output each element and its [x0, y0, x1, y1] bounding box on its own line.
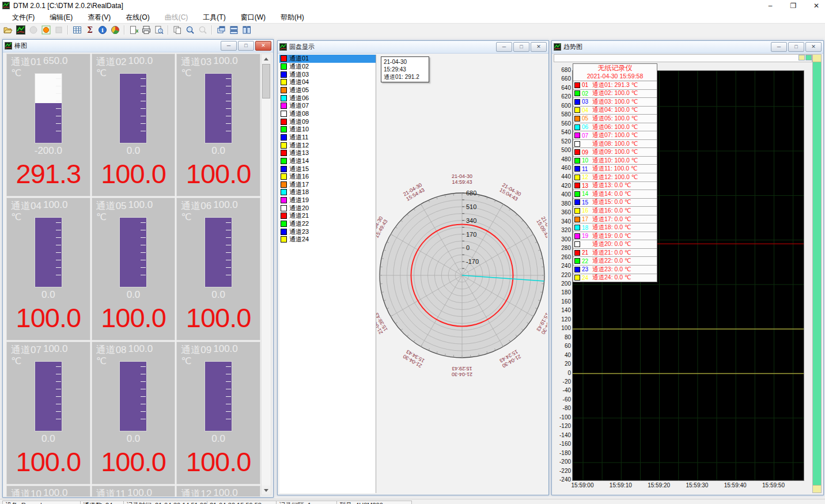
- channel-list-item[interactable]: 通道07: [279, 102, 376, 110]
- minimize-icon[interactable]: ─: [221, 41, 237, 51]
- chart-icon[interactable]: [15, 24, 27, 36]
- channel-color-swatch: [281, 221, 287, 227]
- scale-max-value: 100.0: [213, 487, 238, 497]
- vscroll-up-button[interactable]: [813, 55, 821, 62]
- app-titlebar[interactable]: DTM 2.0.1 [C:\DTM 2.0.2\RealData]: [0, 0, 825, 12]
- channel-list-item[interactable]: 通道03: [279, 70, 376, 78]
- legend-row: 10通道10: 100.0 ℃: [573, 157, 657, 165]
- copy-icon[interactable]: [172, 24, 183, 36]
- channel-list-item[interactable]: 通道05: [279, 86, 376, 94]
- hscroll-button[interactable]: [798, 55, 805, 60]
- restore-icon[interactable]: □: [788, 42, 804, 52]
- menu-item-4[interactable]: 在线(O): [118, 12, 157, 24]
- menu-item-5[interactable]: 曲线(C): [157, 12, 196, 24]
- unit-label: ℃: [11, 355, 21, 366]
- sigma-icon[interactable]: Σ: [84, 24, 96, 36]
- channel-list-item[interactable]: 通道09: [279, 118, 376, 126]
- tile-vertical-icon[interactable]: [241, 24, 252, 36]
- menu-item-7[interactable]: 窗口(W): [233, 12, 273, 24]
- channel-list-item[interactable]: 通道19: [279, 196, 376, 204]
- close-icon[interactable]: ✕: [811, 1, 822, 10]
- cascade-icon[interactable]: [215, 24, 227, 36]
- channel-list-item[interactable]: 通道17: [279, 181, 376, 189]
- table-icon[interactable]: [71, 24, 83, 36]
- minimize-icon[interactable]: ─: [496, 42, 512, 52]
- channel-list-item[interactable]: 通道21: [279, 212, 376, 220]
- channel-list-item[interactable]: 通道13: [279, 149, 376, 157]
- channel-list-item[interactable]: 通道06: [279, 94, 376, 102]
- close-icon[interactable]: ✕: [805, 42, 822, 52]
- restore-icon[interactable]: □: [238, 41, 254, 51]
- legend-color-swatch: [574, 90, 580, 96]
- minimize-icon[interactable]: –: [765, 1, 775, 10]
- toolbar: ΣiX: [0, 23, 825, 37]
- channel-list-item[interactable]: 通道02: [279, 63, 376, 71]
- menu-item-8[interactable]: 帮助(H): [273, 12, 312, 24]
- tile-horizontal-icon[interactable]: [228, 24, 240, 36]
- x-tick-label: 15:59:30: [679, 482, 716, 488]
- pie-icon[interactable]: [109, 24, 121, 36]
- close-icon[interactable]: ✕: [531, 42, 547, 52]
- channel-list-item[interactable]: 通道08: [279, 110, 376, 118]
- channel-list-item[interactable]: 通道12: [279, 141, 376, 149]
- disk-window-titlebar[interactable]: 圆盘显示 ─ □ ✕: [278, 41, 548, 54]
- scale-min-value: 0.0: [92, 145, 175, 157]
- trend-vertical-scrollbar[interactable]: [812, 54, 822, 493]
- trend-window-titlebar[interactable]: 趋势图 ─ □ ✕: [552, 41, 823, 54]
- restore-icon[interactable]: □: [513, 42, 529, 52]
- menu-item-1[interactable]: 文件(F): [5, 12, 42, 24]
- channel-list-item[interactable]: 通道23: [279, 228, 376, 236]
- bar-cell: 通道05100.0℃0.0100.0: [92, 198, 176, 340]
- channel-list-item[interactable]: 通道10: [279, 126, 376, 134]
- toolbar-separator: [124, 25, 125, 35]
- bar-window-titlebar[interactable]: 棒图 ─ □ ✕: [3, 40, 273, 52]
- legend-color-swatch: [574, 241, 580, 247]
- legend-channel-number: 11: [582, 166, 591, 172]
- scrollbar-thumb[interactable]: [262, 64, 270, 98]
- scale-min-value: 0.0: [92, 289, 175, 301]
- legend-channel-number: 17: [582, 216, 591, 222]
- restore-icon[interactable]: ❐: [788, 1, 798, 10]
- channel-color-swatch: [281, 103, 287, 109]
- scroll-up-icon[interactable]: [262, 54, 271, 63]
- vscroll-down-button[interactable]: [813, 485, 821, 492]
- channel-list-item[interactable]: 通道24: [279, 236, 376, 244]
- open-folder-icon[interactable]: [2, 24, 14, 36]
- export-icon[interactable]: X: [128, 24, 139, 36]
- hscroll-button[interactable]: [805, 55, 812, 60]
- y-tick-label: 320: [553, 227, 571, 233]
- trend-horizontal-scrollbar[interactable]: [554, 54, 812, 62]
- channel-list-item[interactable]: 通道16: [279, 173, 376, 181]
- svg-text:Σ: Σ: [87, 25, 93, 35]
- svg-text:0: 0: [466, 244, 470, 251]
- menu-item-2[interactable]: 编辑(E): [42, 12, 80, 24]
- minimize-icon[interactable]: ─: [771, 42, 787, 52]
- menu-item-3[interactable]: 查看(V): [80, 12, 118, 24]
- bar-window-scrollbar[interactable]: [261, 54, 271, 495]
- legend-color-swatch: [574, 267, 580, 272]
- channel-list-item[interactable]: 通道11: [279, 134, 376, 142]
- legend-channel-number: 14: [582, 191, 591, 197]
- legend-channel-number: 23: [582, 266, 591, 272]
- channel-list-item[interactable]: 通道14: [279, 157, 376, 165]
- scale-max-value: 100.0: [213, 199, 238, 213]
- record-icon[interactable]: [40, 24, 52, 36]
- menu-item-6[interactable]: 工具(T): [195, 12, 233, 24]
- channel-list-item[interactable]: 通道15: [279, 165, 376, 173]
- close-icon[interactable]: ✕: [255, 41, 271, 51]
- unit-label: ℃: [96, 355, 107, 366]
- vscroll-thumb[interactable]: [813, 62, 821, 485]
- channel-color-swatch: [281, 173, 287, 180]
- bar-cell-header: 通道04100.0: [11, 199, 89, 213]
- channel-list-item[interactable]: 通道04: [279, 78, 376, 86]
- info-icon[interactable]: i: [97, 24, 108, 36]
- channel-list-item[interactable]: 通道20: [279, 204, 376, 212]
- preview-icon[interactable]: [153, 24, 165, 36]
- zoom-icon[interactable]: [184, 24, 196, 36]
- print-icon[interactable]: [141, 24, 152, 36]
- channel-color-swatch: [281, 111, 287, 117]
- scroll-down-icon[interactable]: [262, 486, 271, 495]
- channel-list-item[interactable]: 通道18: [279, 188, 376, 196]
- channel-list-item[interactable]: 通道01: [279, 55, 376, 63]
- channel-list-item[interactable]: 通道22: [279, 220, 376, 228]
